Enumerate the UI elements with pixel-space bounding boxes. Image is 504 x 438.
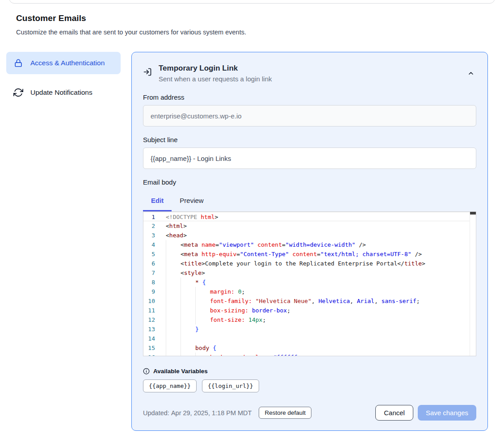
code-editor[interactable]: 1<!DOCTYPE html>2<html>3<head>4<meta nam… bbox=[143, 211, 476, 356]
from-address-label: From address bbox=[143, 93, 476, 101]
code-line-content: background-color: #ffffff; bbox=[159, 353, 301, 356]
variable-chip[interactable]: {{app_name}} bbox=[143, 379, 197, 392]
indent-guide bbox=[181, 353, 195, 356]
indent-guide bbox=[166, 278, 181, 287]
code-line[interactable]: 6<title>Complete your login to the Repli… bbox=[143, 259, 476, 268]
line-number: 7 bbox=[143, 268, 159, 278]
sidebar: Access & Authentication Update Notificat… bbox=[6, 52, 121, 104]
from-address-input[interactable] bbox=[143, 105, 476, 126]
indent-guide bbox=[181, 334, 195, 343]
save-changes-button[interactable]: Save changes bbox=[418, 405, 476, 421]
code-line-content: * { bbox=[159, 278, 206, 287]
indent-guide bbox=[181, 324, 195, 334]
code-line[interactable]: 10font-family: "Helvetica Neue", Helveti… bbox=[143, 296, 476, 306]
code-line-content: <html> bbox=[159, 221, 187, 231]
email-body-label: Email body bbox=[143, 178, 476, 186]
line-number: 5 bbox=[143, 249, 159, 259]
available-variables-row: Available Variables bbox=[143, 368, 476, 375]
sync-icon bbox=[13, 88, 23, 97]
panel-header: Temporary Login Link Sent when a user re… bbox=[143, 64, 476, 83]
indent-guide bbox=[181, 287, 195, 296]
code-line-content: <title>Complete your login to the Replic… bbox=[159, 259, 425, 268]
code-line-content: } bbox=[159, 324, 199, 334]
subject-line-field: Subject line bbox=[143, 136, 476, 169]
code-line-content: <style> bbox=[159, 268, 205, 278]
code-line-content: <meta name="viewport" content="width=dev… bbox=[159, 240, 366, 249]
indent-guide bbox=[166, 334, 181, 343]
editor-tabs: Edit Preview bbox=[143, 192, 476, 211]
temporary-login-link-panel: Temporary Login Link Sent when a user re… bbox=[131, 52, 488, 431]
panel-titles: Temporary Login Link Sent when a user re… bbox=[159, 64, 466, 83]
subject-line-input[interactable] bbox=[143, 147, 476, 169]
line-number: 15 bbox=[143, 343, 159, 353]
indent-guide bbox=[166, 249, 181, 259]
indent-guide bbox=[166, 296, 181, 306]
indent-guide bbox=[166, 268, 181, 278]
code-line[interactable]: 4<meta name="viewport" content="width=de… bbox=[143, 240, 476, 249]
page-title: Customer Emails bbox=[16, 13, 488, 23]
code-line[interactable]: 16background-color: #ffffff; bbox=[143, 353, 476, 356]
editor-scrollbar-thumb[interactable] bbox=[470, 212, 476, 215]
line-number: 10 bbox=[143, 296, 159, 306]
indent-guide bbox=[166, 259, 181, 268]
indent-guide bbox=[181, 306, 195, 315]
code-line[interactable]: 14 bbox=[143, 334, 476, 343]
indent-guide bbox=[181, 278, 195, 287]
code-line[interactable]: 2<html> bbox=[143, 221, 476, 231]
code-line[interactable]: 11box-sizing: border-box; bbox=[143, 306, 476, 315]
tab-edit[interactable]: Edit bbox=[143, 192, 172, 211]
indent-guide bbox=[195, 353, 210, 356]
code-line[interactable]: 1<!DOCTYPE html> bbox=[143, 212, 476, 221]
sidebar-item-access-authentication[interactable]: Access & Authentication bbox=[6, 52, 121, 74]
code-line[interactable]: 3<head> bbox=[143, 231, 476, 240]
indent-guide bbox=[166, 315, 181, 324]
cancel-button[interactable]: Cancel bbox=[375, 405, 413, 421]
sidebar-item-update-notifications[interactable]: Update Notifications bbox=[6, 81, 121, 104]
code-line-content: box-sizing: border-box; bbox=[159, 306, 290, 315]
panel-footer: Updated: Apr 29, 2025, 1:18 PM MDT Resto… bbox=[143, 405, 476, 421]
code-line[interactable]: 13} bbox=[143, 324, 476, 334]
line-number: 14 bbox=[143, 334, 159, 343]
code-line[interactable]: 15body { bbox=[143, 343, 476, 353]
lock-icon bbox=[13, 58, 23, 68]
tab-preview[interactable]: Preview bbox=[172, 192, 211, 211]
editor-scrollbar[interactable] bbox=[470, 212, 476, 356]
previous-card-bottom-edge bbox=[9, 0, 495, 4]
log-in-icon bbox=[143, 67, 152, 76]
indent-guide bbox=[195, 315, 210, 324]
indent-guide bbox=[195, 306, 210, 315]
indent-guide bbox=[166, 324, 181, 334]
indent-guide bbox=[166, 287, 181, 296]
line-number: 12 bbox=[143, 315, 159, 324]
footer-actions: Cancel Save changes bbox=[375, 405, 476, 421]
code-line[interactable]: 7<style> bbox=[143, 268, 476, 278]
chevron-up-icon bbox=[467, 70, 475, 77]
line-number: 16 bbox=[143, 353, 159, 356]
code-line-content: font-size: 14px; bbox=[159, 315, 266, 324]
code-line[interactable]: 8* { bbox=[143, 278, 476, 287]
code-line-content: body { bbox=[159, 343, 216, 353]
indent-guide bbox=[195, 287, 210, 296]
line-number: 11 bbox=[143, 306, 159, 315]
indent-guide bbox=[195, 296, 210, 306]
line-number: 8 bbox=[143, 278, 159, 287]
variable-chip[interactable]: {{login_url}} bbox=[202, 379, 259, 392]
code-line[interactable]: 9margin: 0; bbox=[143, 287, 476, 296]
content-layout: Access & Authentication Update Notificat… bbox=[6, 52, 488, 431]
indent-guide bbox=[181, 315, 195, 324]
line-number: 2 bbox=[143, 221, 159, 231]
indent-guide bbox=[181, 296, 195, 306]
code-line-content: <head> bbox=[159, 231, 187, 240]
indent-guide bbox=[166, 306, 181, 315]
line-number: 3 bbox=[143, 231, 159, 240]
variable-chips: {{app_name}}{{login_url}} bbox=[143, 379, 476, 392]
code-line[interactable]: 5<meta http-equiv="Content-Type" content… bbox=[143, 249, 476, 259]
email-body-section: Email body Edit Preview 1<!DOCTYPE html>… bbox=[143, 178, 476, 356]
updated-timestamp: Updated: Apr 29, 2025, 1:18 PM MDT bbox=[143, 409, 252, 417]
indent-guide bbox=[166, 240, 181, 249]
restore-default-button[interactable]: Restore default bbox=[259, 407, 311, 419]
collapse-button[interactable] bbox=[466, 68, 476, 79]
code-line[interactable]: 12font-size: 14px; bbox=[143, 315, 476, 324]
line-number: 4 bbox=[143, 240, 159, 249]
code-line-content: <!DOCTYPE html> bbox=[159, 212, 218, 221]
